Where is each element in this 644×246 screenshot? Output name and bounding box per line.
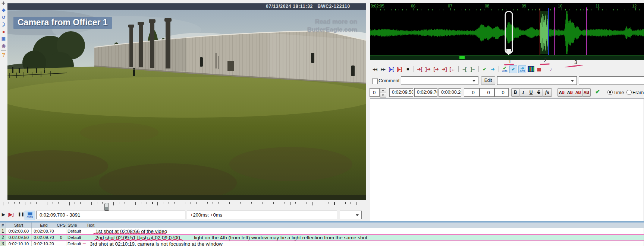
bold-button[interactable]: B: [511, 88, 519, 97]
lead-out-add-icon[interactable]: ]−: [469, 66, 476, 73]
video-position-block: [459, 56, 465, 59]
aegisub-window: ✛ ✥ ↺ ⤸ ■ ▣ ◉ ? 07/13/2024 18:11:32 BWC2…: [0, 0, 644, 246]
end-time-field[interactable]: 0:02:09.70: [414, 88, 437, 97]
auto-scroll-toggle-icon[interactable]: ✔: [509, 65, 517, 73]
lead-in-add-icon[interactable]: −[: [461, 66, 468, 73]
video-title-overlay: Camera from Officer 1: [13, 17, 112, 29]
col-header-cps[interactable]: CPS: [56, 223, 66, 228]
spectrum-analyzer-toggle-icon[interactable]: [527, 66, 534, 73]
audio-waveform[interactable]: [370, 10, 644, 55]
play-from-selection-end-icon[interactable]: [↔: [449, 66, 456, 73]
comment-label: Comment: [378, 78, 399, 83]
video-tool-column: ✛ ✥ ↺ ⤸ ■ ▣ ◉ ?: [0, 0, 7, 58]
margin-left-field[interactable]: 0: [464, 88, 480, 97]
margin-right-field[interactable]: 0: [480, 88, 494, 97]
play-500ms-before-end-icon[interactable]: [➜: [433, 66, 440, 73]
tool-separator: [1, 50, 6, 51]
shadow-color-button[interactable]: AB: [582, 88, 591, 97]
underline-button[interactable]: U: [527, 88, 535, 97]
font-button[interactable]: fn: [543, 88, 552, 97]
auto-label: AUTO: [25, 216, 35, 218]
play-500ms-before-start-icon[interactable]: ➜[: [416, 66, 423, 73]
rotate-xy-tool-icon[interactable]: ⤸: [0, 21, 7, 28]
go-to-next-line-icon[interactable]: ➜: [489, 66, 496, 73]
video-autoscroll-toggle[interactable]: AUTO: [25, 211, 35, 220]
auto-commit-toggle-icon[interactable]: ✔AUTO: [501, 66, 508, 73]
rotate-z-tool-icon[interactable]: ↺: [0, 14, 7, 21]
video-watermark: Read more on ButlerEagle.com: [261, 17, 357, 34]
toolbar-separator: [478, 66, 479, 72]
video-zoom-select[interactable]: 50%: [340, 211, 362, 219]
col-header-style[interactable]: Style: [66, 223, 84, 228]
video-frame[interactable]: [7, 10, 366, 200]
actor-combo[interactable]: Actor: [497, 76, 577, 85]
secondary-color-button[interactable]: AB: [566, 88, 574, 97]
layer-spin-down[interactable]: [380, 93, 386, 98]
video-position-box[interactable]: 0:02:09.700 - 3891: [36, 211, 185, 219]
timeline-label: 11: [596, 4, 600, 8]
start-time-field[interactable]: 0:02:09.50: [389, 88, 413, 97]
selection-start-mark: [540, 8, 540, 10]
audio-toolbar: ◂◂▸▸]▸[[▸]■➜[]➜[➜➜][↔−[]−✔➜✔AUTO✔➜AUTO▦♪: [370, 64, 644, 74]
seek-thumb[interactable]: [104, 203, 109, 211]
play-500ms-after-start-icon[interactable]: ]➜: [424, 66, 431, 73]
video-play-button[interactable]: ▶: [2, 212, 5, 217]
cursor-tool-icon[interactable]: ✛: [0, 0, 7, 7]
commit-changes-icon[interactable]: ✔: [481, 66, 488, 73]
col-header-end[interactable]: End: [32, 223, 56, 228]
chevron-down-icon: [472, 80, 475, 82]
annotation-squiggle-row1: [93, 233, 170, 236]
frame-radio[interactable]: [626, 90, 632, 95]
video-offset-box[interactable]: +200ms; +0ms: [187, 211, 337, 219]
video-seek-slider[interactable]: [0, 200, 366, 210]
italic-button[interactable]: I: [519, 88, 527, 97]
play-selection-icon[interactable]: ]▸[: [388, 66, 395, 73]
clip-tool-icon[interactable]: ▣: [0, 35, 7, 42]
subtitle-text-editor[interactable]: [370, 98, 644, 221]
vector-clip-tool-icon[interactable]: ◉: [0, 42, 7, 49]
comment-checkbox[interactable]: [372, 79, 378, 84]
col-header-text[interactable]: Text: [84, 223, 644, 228]
video-timestamp-bar: 07/13/2024 18:11:32 BWC2-122110: [7, 3, 366, 10]
time-radio-label[interactable]: Time: [613, 90, 624, 95]
primary-color-button[interactable]: AB: [557, 88, 566, 97]
style-select[interactable]: Default: [401, 76, 478, 85]
timeline-label: 12: [632, 4, 637, 8]
karaoke-grid-toggle-icon[interactable]: ▦: [535, 66, 543, 73]
video-pause-button[interactable]: ❚❚: [18, 212, 24, 216]
auto-next-toggle-icon[interactable]: ➜AUTO: [518, 65, 526, 73]
play-500ms-after-end-icon[interactable]: ➜]: [441, 66, 448, 73]
stop-icon[interactable]: ■: [404, 66, 411, 73]
rewind-icon[interactable]: ◂◂: [371, 66, 378, 73]
annotation-shot-2: 2: [544, 57, 547, 63]
audio-timeline[interactable]: 0:02:05 06 07 08 09 10 11 12: [370, 3, 644, 10]
frame-radio-label[interactable]: Frame: [632, 90, 644, 95]
duration-field[interactable]: 0:00:00.20: [439, 88, 461, 97]
commit-button[interactable]: ✔: [595, 88, 600, 95]
col-header-index[interactable]: #: [0, 223, 6, 228]
seek-baseline: [3, 207, 364, 207]
toolbar-separator: [414, 66, 414, 72]
timeline-label: 0:02:05: [371, 4, 384, 8]
effect-field[interactable]: Effect: [579, 76, 644, 85]
annotation-squiggle-row2: [94, 239, 186, 242]
fast-forward-icon[interactable]: ▸▸: [380, 66, 387, 73]
time-radio[interactable]: [607, 90, 613, 95]
outline-color-button[interactable]: AB: [574, 88, 582, 97]
toolbar-separator: [499, 66, 499, 72]
timeline-label: 09: [522, 4, 526, 8]
help-icon[interactable]: ?: [0, 51, 7, 58]
drag-tool-icon[interactable]: ✥: [0, 7, 7, 14]
video-play-line-button[interactable]: [▶]: [8, 212, 14, 217]
monitor-icon: [28, 212, 32, 215]
annotation-shot-1: 1: [508, 58, 511, 64]
scale-tool-icon[interactable]: ■: [0, 28, 7, 35]
layer-field[interactable]: 0: [370, 88, 380, 97]
play-current-line-icon[interactable]: [▸]: [396, 66, 403, 73]
keyframe-mark: [554, 7, 555, 10]
strikeout-button[interactable]: S: [535, 88, 543, 97]
karaoke-mode-toggle-icon[interactable]: ♪: [547, 66, 555, 73]
col-header-start[interactable]: Start: [6, 223, 32, 228]
margin-vertical-field[interactable]: 0: [494, 88, 509, 97]
edit-style-button[interactable]: Edit: [481, 76, 495, 85]
